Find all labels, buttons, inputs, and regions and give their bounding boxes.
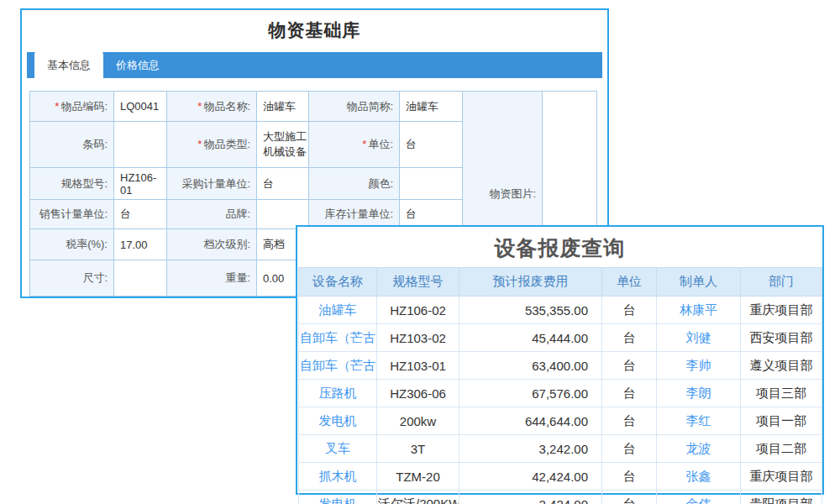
scrap-fee-cell: 644,644.00: [459, 407, 602, 435]
creator-link[interactable]: 林康平: [657, 297, 741, 324]
form-field-label: 物品简称:: [309, 92, 400, 122]
table-row: 发电机沃尔沃/200KW2,424.00台金伟贵阳项目部: [299, 491, 822, 504]
form-field-value: 台: [114, 200, 167, 229]
scrap-fee-cell: 67,576.00: [459, 380, 602, 407]
department-cell: 重庆项目部: [741, 463, 822, 491]
department-cell: 项目一部: [741, 407, 822, 435]
scrap-fee-cell: 3,242.00: [459, 435, 602, 463]
form-field-value: LQ0041: [114, 92, 167, 122]
form-field-value: [400, 168, 463, 200]
scrap-fee-cell: 42,424.00: [459, 463, 602, 491]
form-field-label: *物品类型:: [167, 122, 257, 168]
form-field-label: 尺寸:: [30, 260, 114, 297]
tab-price-info[interactable]: 价格信息: [103, 52, 172, 78]
required-asterisk: *: [197, 100, 202, 113]
form-field-label: 品牌:: [167, 200, 257, 229]
form-field-value: [114, 122, 167, 168]
unit-cell: 台: [602, 435, 657, 463]
department-cell: 重庆项目部: [741, 297, 822, 324]
creator-link[interactable]: 张鑫: [657, 463, 741, 491]
column-header: 单位: [602, 268, 657, 297]
unit-cell: 台: [602, 352, 657, 380]
form-field-label: *物品名称:: [167, 92, 257, 122]
unit-cell: 台: [602, 463, 657, 491]
form-field-value: 17.00: [114, 229, 167, 260]
table-row: 自卸车（芒古）HZ103-0245,444.00台刘健西安项目部: [299, 324, 822, 352]
device-name-link[interactable]: 自卸车（芒古）: [299, 324, 377, 352]
table-row: 油罐车HZ106-02535,355.00台林康平重庆项目部: [299, 297, 822, 324]
table-row: 发电机200kw644,644.00台李红项目一部: [299, 407, 822, 435]
department-cell: 遵义项目部: [741, 352, 822, 380]
device-name-link[interactable]: 油罐车: [299, 297, 377, 324]
form-field-label: 重量:: [167, 260, 257, 297]
form-field-label: *物品编码:: [30, 92, 114, 122]
form-field-label: 颜色:: [309, 168, 400, 200]
form-field-label: 规格型号:: [30, 168, 114, 200]
form-field-value: 大型施工机械设备: [257, 122, 309, 168]
column-header: 规格型号: [377, 268, 459, 297]
spec-model-cell: 沃尔沃/200KW: [377, 491, 459, 504]
form-row: *物品编码:LQ0041*物品名称:油罐车物品简称:油罐车物资图片:: [30, 92, 597, 122]
column-header: 制单人: [657, 268, 741, 297]
department-cell: 贵阳项目部: [741, 491, 822, 504]
form-field-label: *单位:: [309, 122, 400, 168]
scrap-fee-cell: 45,444.00: [459, 324, 602, 352]
unit-cell: 台: [602, 407, 657, 435]
column-header: 部门: [741, 268, 822, 297]
creator-link[interactable]: 李红: [657, 407, 741, 435]
spec-model-cell: HZ103-02: [377, 324, 459, 352]
unit-cell: 台: [602, 491, 657, 504]
creator-link[interactable]: 刘健: [657, 324, 741, 352]
spec-model-cell: HZ306-06: [377, 380, 459, 407]
scrap-fee-cell: 2,424.00: [459, 491, 602, 504]
department-cell: 西安项目部: [741, 324, 822, 352]
required-asterisk: *: [362, 138, 366, 150]
required-asterisk: *: [197, 138, 202, 150]
form-field-value: 台: [400, 122, 463, 168]
table-row: 自卸车（芒古）HZ103-0163,400.00台李帅遵义项目部: [299, 352, 822, 380]
creator-link[interactable]: 金伟: [657, 491, 741, 504]
column-header: 设备名称: [299, 268, 377, 297]
form-field-value: 油罐车: [400, 92, 463, 122]
unit-cell: 台: [602, 380, 657, 407]
table-row: 压路机HZ306-0667,576.00台李朗项目三部: [299, 380, 822, 407]
device-name-link[interactable]: 叉车: [299, 435, 377, 463]
scrap-window-title: 设备报废查询: [297, 234, 822, 262]
form-field-label: 采购计量单位:: [167, 168, 257, 200]
scrap-query-window: 设备报废查询 设备名称规格型号预计报废费用单位制单人部门 油罐车HZ106-02…: [296, 225, 824, 495]
creator-link[interactable]: 李朗: [657, 380, 741, 407]
device-name-link[interactable]: 压路机: [299, 380, 377, 407]
spec-model-cell: HZ103-01: [377, 352, 459, 380]
table-row: 抓木机TZM-2042,424.00台张鑫重庆项目部: [299, 463, 822, 491]
unit-cell: 台: [602, 324, 657, 352]
creator-link[interactable]: 李帅: [657, 352, 741, 380]
column-header: 预计报废费用: [459, 268, 602, 297]
form-field-label: 档次级别:: [167, 229, 257, 260]
form-field-label: 税率(%):: [30, 229, 114, 260]
spec-model-cell: 3T: [377, 435, 459, 463]
spec-model-cell: TZM-20: [377, 463, 459, 491]
form-field-value: 台: [257, 168, 309, 200]
form-field-label: 销售计量单位:: [30, 200, 114, 229]
material-window-title: 物资基础库: [22, 18, 607, 42]
creator-link[interactable]: 龙波: [657, 435, 741, 463]
spec-model-cell: HZ106-02: [377, 297, 459, 324]
device-name-link[interactable]: 抓木机: [299, 463, 377, 491]
spec-model-cell: 200kw: [377, 407, 459, 435]
device-name-link[interactable]: 发电机: [299, 491, 377, 504]
device-name-link[interactable]: 发电机: [299, 407, 377, 435]
scrap-query-table: 设备名称规格型号预计报废费用单位制单人部门 油罐车HZ106-02535,355…: [298, 267, 822, 504]
tab-basic-info[interactable]: 基本信息: [34, 50, 103, 78]
scrap-fee-cell: 63,400.00: [459, 352, 602, 380]
form-field-value: [114, 260, 167, 297]
department-cell: 项目二部: [741, 435, 822, 463]
department-cell: 项目三部: [741, 380, 822, 407]
material-tabbar: 基本信息 价格信息: [27, 52, 602, 78]
form-field-value: HZ106-01: [114, 168, 167, 200]
unit-cell: 台: [602, 297, 657, 324]
scrap-header-row: 设备名称规格型号预计报废费用单位制单人部门: [299, 268, 822, 297]
device-name-link[interactable]: 自卸车（芒古）: [299, 352, 377, 380]
scrap-fee-cell: 535,355.00: [459, 297, 602, 324]
required-asterisk: *: [55, 100, 59, 113]
scrap-table-body: 油罐车HZ106-02535,355.00台林康平重庆项目部自卸车（芒古）HZ1…: [299, 297, 822, 504]
